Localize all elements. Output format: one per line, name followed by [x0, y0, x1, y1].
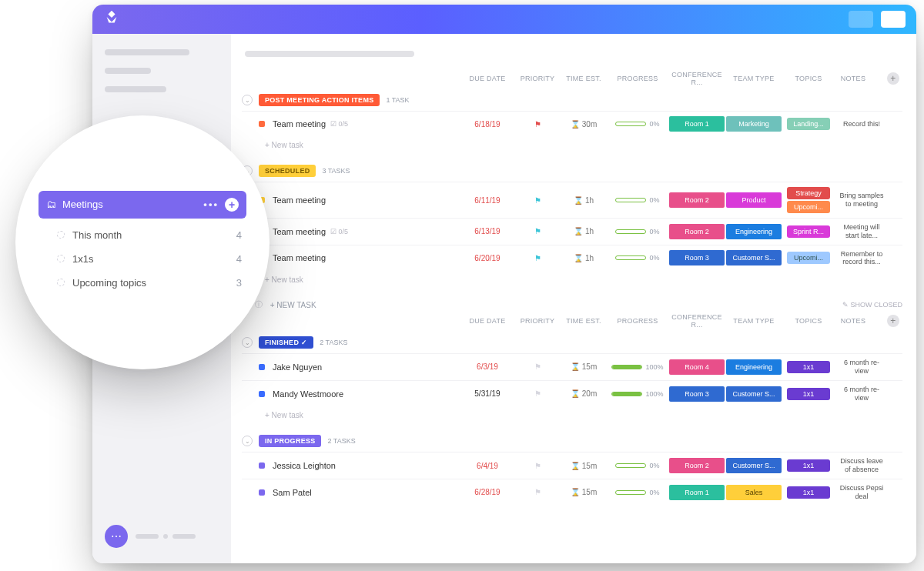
- conf-room-tag[interactable]: Room 2: [669, 224, 725, 239]
- priority-flag-icon[interactable]: ⚑: [534, 362, 541, 371]
- add-column-icon[interactable]: +: [887, 315, 899, 327]
- status-pill[interactable]: FINISHED: [259, 336, 313, 349]
- collapse-icon[interactable]: ⌄: [242, 337, 253, 348]
- status-square-icon[interactable]: [259, 462, 265, 469]
- team-tag[interactable]: Customer S...: [726, 386, 782, 402]
- conf-room-tag[interactable]: Room 2: [669, 458, 725, 473]
- notes-cell[interactable]: Meeting will start late...: [835, 223, 899, 240]
- notes-cell[interactable]: Discuss leave of absence: [835, 457, 899, 474]
- priority-flag-icon[interactable]: ⚑: [534, 488, 541, 496]
- due-date[interactable]: 6/3/19: [460, 362, 514, 371]
- col-progress[interactable]: PROGRESS: [607, 75, 668, 82]
- col-topics[interactable]: TOPICS: [782, 75, 835, 82]
- list-item[interactable]: Upcoming topics 3: [38, 271, 246, 295]
- new-task-button[interactable]: + New task: [242, 271, 902, 292]
- task-row[interactable]: Jake Nguyen 6/3/19 ⚑ ⌛15m 100% Room 4 En…: [242, 353, 902, 380]
- notes-cell[interactable]: Remember to record this...: [835, 250, 899, 267]
- new-task-top[interactable]: + NEW TASK: [270, 301, 316, 309]
- conf-room-tag[interactable]: Room 3: [669, 250, 725, 265]
- topic-tag[interactable]: 1x1: [787, 486, 830, 499]
- status-square-icon[interactable]: [259, 391, 265, 397]
- topic-tag[interactable]: Strategy: [787, 187, 830, 199]
- due-date[interactable]: 6/28/19: [460, 488, 514, 496]
- team-tag[interactable]: Product: [726, 192, 782, 208]
- list-item[interactable]: 1x1s 4: [38, 247, 246, 271]
- info-icon[interactable]: ⓘ: [255, 299, 263, 310]
- col-priority[interactable]: PRIORITY: [514, 75, 561, 82]
- chat-icon[interactable]: ⋯: [105, 525, 128, 548]
- hourglass-icon: ⌛: [571, 389, 580, 398]
- task-row[interactable]: Team meeting 6/11/19 ⚑ ⌛1h 0% Room 2 Pro…: [242, 182, 902, 218]
- list-status-icon: [57, 255, 65, 262]
- due-date[interactable]: 6/13/19: [460, 227, 514, 235]
- new-task-button[interactable]: + New task: [242, 136, 902, 157]
- team-tag[interactable]: Customer S...: [726, 250, 782, 265]
- team-tag[interactable]: Engineering: [726, 224, 782, 239]
- team-tag[interactable]: Marketing: [726, 116, 782, 132]
- topic-tag[interactable]: 1x1: [787, 459, 830, 472]
- col-time[interactable]: TIME EST.: [561, 75, 607, 82]
- task-row[interactable]: Mandy Westmoore 5/31/19 ⚑ ⌛20m 100% Room…: [242, 380, 902, 407]
- status-pill[interactable]: POST MEETING ACTION ITEMS: [259, 94, 380, 106]
- status-square-icon[interactable]: [259, 364, 265, 370]
- conf-room-tag[interactable]: Room 1: [669, 116, 725, 132]
- due-date[interactable]: 6/18/19: [460, 120, 514, 129]
- col-team[interactable]: TEAM TYPE: [725, 75, 782, 82]
- topic-tag[interactable]: Upcomi...: [787, 201, 830, 213]
- notes-cell[interactable]: Record this!: [835, 120, 899, 129]
- notes-cell[interactable]: 6 month re-view: [835, 359, 899, 376]
- topic-tag[interactable]: Upcomi...: [787, 252, 830, 264]
- task-row[interactable]: Team meeting☑ 0/5 6/13/19 ⚑ ⌛1h 0% Room …: [242, 218, 902, 245]
- topic-tag[interactable]: Sprint R...: [787, 225, 830, 238]
- notes-cell[interactable]: 6 month re-view: [835, 386, 899, 402]
- priority-flag-icon[interactable]: ⚑: [534, 254, 541, 262]
- due-date[interactable]: 5/31/19: [460, 389, 514, 398]
- due-date[interactable]: 6/11/19: [460, 196, 514, 205]
- priority-flag-icon[interactable]: ⚑: [534, 389, 541, 398]
- topic-tag[interactable]: 1x1: [787, 388, 830, 400]
- group-finished: ⌄ FINISHED 2 TASKS Jake Nguyen 6/3/19 ⚑ …: [242, 333, 902, 427]
- list-item[interactable]: This month 4: [38, 223, 246, 247]
- team-tag[interactable]: Customer S...: [726, 458, 782, 473]
- folder-header[interactable]: 🗂 Meetings ••• +: [38, 191, 246, 219]
- priority-flag-icon[interactable]: ⚑: [534, 227, 541, 235]
- conf-room-tag[interactable]: Room 1: [669, 485, 725, 500]
- task-count: 2 TASKS: [327, 437, 355, 445]
- col-conf-room[interactable]: CONFERENCE R...: [668, 71, 725, 86]
- team-tag[interactable]: Sales: [726, 485, 782, 500]
- task-row[interactable]: Team meeting ☑ 0/5 6/18/19 ⚑ ⌛30m 0% Roo…: [242, 111, 902, 136]
- task-row[interactable]: Jessica Leighton 6/4/19 ⚑ ⌛15m 0% Room 2…: [242, 452, 902, 479]
- task-row[interactable]: Team meeting 6/20/19 ⚑ ⌛1h 0% Room 3 Cus…: [242, 245, 902, 272]
- hourglass-icon: ⌛: [574, 254, 583, 262]
- col-notes[interactable]: NOTES: [835, 75, 887, 82]
- due-date[interactable]: 6/20/19: [460, 254, 514, 262]
- folder-menu-icon[interactable]: •••: [203, 199, 219, 210]
- notes-cell[interactable]: Bring samples to meeting: [835, 192, 899, 209]
- status-square-icon[interactable]: [259, 489, 265, 496]
- group-scheduled: ⌄ SCHEDULED 3 TASKS Team meeting 6/11/19…: [242, 162, 902, 292]
- priority-flag-icon[interactable]: ⚑: [534, 462, 541, 470]
- show-closed-button[interactable]: ✎ SHOW CLOSED: [842, 301, 902, 309]
- status-pill[interactable]: SCHEDULED: [259, 165, 316, 177]
- add-list-icon[interactable]: +: [225, 198, 239, 212]
- conf-room-tag[interactable]: Room 4: [669, 359, 725, 375]
- topbar-chip-solid[interactable]: [881, 11, 906, 28]
- status-square-icon[interactable]: [259, 121, 265, 127]
- conf-room-tag[interactable]: Room 2: [669, 192, 725, 208]
- task-row[interactable]: Sam Patel 6/28/19 ⚑ ⌛15m 0% Room 1 Sales…: [242, 479, 902, 506]
- priority-flag-icon[interactable]: ⚑: [534, 120, 541, 129]
- conf-room-tag[interactable]: Room 3: [669, 386, 725, 402]
- topic-tag[interactable]: Landing...: [787, 118, 830, 130]
- team-tag[interactable]: Engineering: [726, 359, 782, 375]
- col-due-date[interactable]: DUE DATE: [460, 75, 514, 82]
- collapse-icon[interactable]: ⌄: [242, 436, 253, 446]
- collapse-icon[interactable]: ⌄: [242, 95, 253, 105]
- add-column-icon[interactable]: +: [887, 72, 899, 85]
- notes-cell[interactable]: Discuss Pepsi deal: [835, 484, 899, 501]
- new-task-button[interactable]: + New task: [242, 406, 902, 427]
- topic-tag[interactable]: 1x1: [787, 361, 830, 373]
- due-date[interactable]: 6/4/19: [460, 462, 514, 470]
- topbar-chip[interactable]: [849, 11, 873, 28]
- priority-flag-icon[interactable]: ⚑: [534, 196, 541, 205]
- status-pill[interactable]: IN PROGRESS: [259, 435, 321, 447]
